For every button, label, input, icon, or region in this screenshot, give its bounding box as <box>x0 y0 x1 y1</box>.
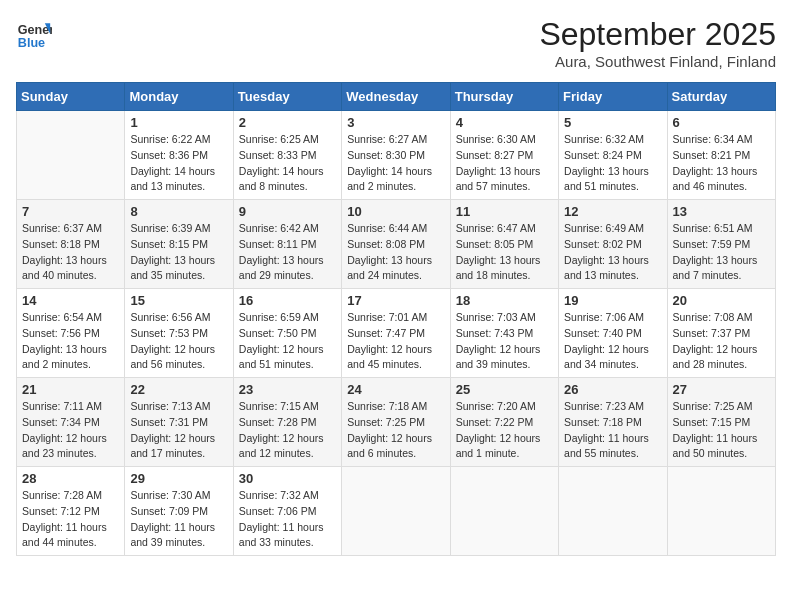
calendar-cell: 18Sunrise: 7:03 AM Sunset: 7:43 PM Dayli… <box>450 289 558 378</box>
calendar-cell: 6Sunrise: 6:34 AM Sunset: 8:21 PM Daylig… <box>667 111 775 200</box>
day-number: 29 <box>130 471 227 486</box>
calendar-week-row: 14Sunrise: 6:54 AM Sunset: 7:56 PM Dayli… <box>17 289 776 378</box>
day-number: 3 <box>347 115 444 130</box>
logo-icon: General Blue <box>16 16 52 52</box>
calendar-cell: 2Sunrise: 6:25 AM Sunset: 8:33 PM Daylig… <box>233 111 341 200</box>
day-info: Sunrise: 7:08 AM Sunset: 7:37 PM Dayligh… <box>673 310 770 373</box>
weekday-header-saturday: Saturday <box>667 83 775 111</box>
calendar-cell: 10Sunrise: 6:44 AM Sunset: 8:08 PM Dayli… <box>342 200 450 289</box>
location-subtitle: Aura, Southwest Finland, Finland <box>539 53 776 70</box>
calendar-cell: 27Sunrise: 7:25 AM Sunset: 7:15 PM Dayli… <box>667 378 775 467</box>
day-number: 28 <box>22 471 119 486</box>
calendar-cell: 26Sunrise: 7:23 AM Sunset: 7:18 PM Dayli… <box>559 378 667 467</box>
calendar-cell: 17Sunrise: 7:01 AM Sunset: 7:47 PM Dayli… <box>342 289 450 378</box>
day-number: 10 <box>347 204 444 219</box>
day-number: 25 <box>456 382 553 397</box>
calendar-cell: 8Sunrise: 6:39 AM Sunset: 8:15 PM Daylig… <box>125 200 233 289</box>
day-number: 8 <box>130 204 227 219</box>
day-info: Sunrise: 7:25 AM Sunset: 7:15 PM Dayligh… <box>673 399 770 462</box>
calendar-cell: 19Sunrise: 7:06 AM Sunset: 7:40 PM Dayli… <box>559 289 667 378</box>
calendar-cell <box>17 111 125 200</box>
day-info: Sunrise: 7:32 AM Sunset: 7:06 PM Dayligh… <box>239 488 336 551</box>
day-info: Sunrise: 6:39 AM Sunset: 8:15 PM Dayligh… <box>130 221 227 284</box>
calendar-cell: 4Sunrise: 6:30 AM Sunset: 8:27 PM Daylig… <box>450 111 558 200</box>
day-number: 15 <box>130 293 227 308</box>
day-number: 30 <box>239 471 336 486</box>
day-info: Sunrise: 7:13 AM Sunset: 7:31 PM Dayligh… <box>130 399 227 462</box>
calendar-cell: 9Sunrise: 6:42 AM Sunset: 8:11 PM Daylig… <box>233 200 341 289</box>
calendar-cell: 20Sunrise: 7:08 AM Sunset: 7:37 PM Dayli… <box>667 289 775 378</box>
day-info: Sunrise: 6:47 AM Sunset: 8:05 PM Dayligh… <box>456 221 553 284</box>
calendar-week-row: 21Sunrise: 7:11 AM Sunset: 7:34 PM Dayli… <box>17 378 776 467</box>
day-number: 24 <box>347 382 444 397</box>
day-number: 7 <box>22 204 119 219</box>
calendar-cell: 23Sunrise: 7:15 AM Sunset: 7:28 PM Dayli… <box>233 378 341 467</box>
day-number: 4 <box>456 115 553 130</box>
day-info: Sunrise: 7:03 AM Sunset: 7:43 PM Dayligh… <box>456 310 553 373</box>
day-info: Sunrise: 7:11 AM Sunset: 7:34 PM Dayligh… <box>22 399 119 462</box>
calendar-cell: 22Sunrise: 7:13 AM Sunset: 7:31 PM Dayli… <box>125 378 233 467</box>
calendar-cell: 13Sunrise: 6:51 AM Sunset: 7:59 PM Dayli… <box>667 200 775 289</box>
calendar-week-row: 28Sunrise: 7:28 AM Sunset: 7:12 PM Dayli… <box>17 467 776 556</box>
day-number: 22 <box>130 382 227 397</box>
day-number: 26 <box>564 382 661 397</box>
calendar-cell <box>450 467 558 556</box>
calendar-cell: 24Sunrise: 7:18 AM Sunset: 7:25 PM Dayli… <box>342 378 450 467</box>
calendar-cell: 12Sunrise: 6:49 AM Sunset: 8:02 PM Dayli… <box>559 200 667 289</box>
weekday-header-friday: Friday <box>559 83 667 111</box>
calendar-cell <box>667 467 775 556</box>
day-number: 18 <box>456 293 553 308</box>
day-info: Sunrise: 6:56 AM Sunset: 7:53 PM Dayligh… <box>130 310 227 373</box>
month-title: September 2025 <box>539 16 776 53</box>
day-info: Sunrise: 6:37 AM Sunset: 8:18 PM Dayligh… <box>22 221 119 284</box>
weekday-header-monday: Monday <box>125 83 233 111</box>
day-number: 19 <box>564 293 661 308</box>
calendar-cell <box>559 467 667 556</box>
day-info: Sunrise: 6:54 AM Sunset: 7:56 PM Dayligh… <box>22 310 119 373</box>
calendar-cell: 7Sunrise: 6:37 AM Sunset: 8:18 PM Daylig… <box>17 200 125 289</box>
calendar-cell: 5Sunrise: 6:32 AM Sunset: 8:24 PM Daylig… <box>559 111 667 200</box>
calendar-cell: 30Sunrise: 7:32 AM Sunset: 7:06 PM Dayli… <box>233 467 341 556</box>
calendar-cell: 14Sunrise: 6:54 AM Sunset: 7:56 PM Dayli… <box>17 289 125 378</box>
calendar-table: SundayMondayTuesdayWednesdayThursdayFrid… <box>16 82 776 556</box>
calendar-week-row: 1Sunrise: 6:22 AM Sunset: 8:36 PM Daylig… <box>17 111 776 200</box>
day-number: 1 <box>130 115 227 130</box>
day-info: Sunrise: 7:18 AM Sunset: 7:25 PM Dayligh… <box>347 399 444 462</box>
calendar-cell: 16Sunrise: 6:59 AM Sunset: 7:50 PM Dayli… <box>233 289 341 378</box>
calendar-cell: 21Sunrise: 7:11 AM Sunset: 7:34 PM Dayli… <box>17 378 125 467</box>
day-number: 20 <box>673 293 770 308</box>
svg-text:Blue: Blue <box>18 36 45 50</box>
day-info: Sunrise: 7:06 AM Sunset: 7:40 PM Dayligh… <box>564 310 661 373</box>
day-number: 5 <box>564 115 661 130</box>
calendar-cell <box>342 467 450 556</box>
weekday-header-row: SundayMondayTuesdayWednesdayThursdayFrid… <box>17 83 776 111</box>
day-info: Sunrise: 7:23 AM Sunset: 7:18 PM Dayligh… <box>564 399 661 462</box>
day-number: 21 <box>22 382 119 397</box>
day-number: 12 <box>564 204 661 219</box>
weekday-header-thursday: Thursday <box>450 83 558 111</box>
day-number: 9 <box>239 204 336 219</box>
day-info: Sunrise: 7:01 AM Sunset: 7:47 PM Dayligh… <box>347 310 444 373</box>
day-info: Sunrise: 6:44 AM Sunset: 8:08 PM Dayligh… <box>347 221 444 284</box>
title-area: September 2025 Aura, Southwest Finland, … <box>539 16 776 70</box>
calendar-cell: 11Sunrise: 6:47 AM Sunset: 8:05 PM Dayli… <box>450 200 558 289</box>
header: General Blue September 2025 Aura, Southw… <box>16 16 776 70</box>
day-info: Sunrise: 6:32 AM Sunset: 8:24 PM Dayligh… <box>564 132 661 195</box>
day-info: Sunrise: 6:42 AM Sunset: 8:11 PM Dayligh… <box>239 221 336 284</box>
day-info: Sunrise: 7:28 AM Sunset: 7:12 PM Dayligh… <box>22 488 119 551</box>
calendar-cell: 25Sunrise: 7:20 AM Sunset: 7:22 PM Dayli… <box>450 378 558 467</box>
calendar-cell: 29Sunrise: 7:30 AM Sunset: 7:09 PM Dayli… <box>125 467 233 556</box>
day-number: 23 <box>239 382 336 397</box>
day-info: Sunrise: 6:34 AM Sunset: 8:21 PM Dayligh… <box>673 132 770 195</box>
day-number: 6 <box>673 115 770 130</box>
day-info: Sunrise: 6:51 AM Sunset: 7:59 PM Dayligh… <box>673 221 770 284</box>
calendar-cell: 28Sunrise: 7:28 AM Sunset: 7:12 PM Dayli… <box>17 467 125 556</box>
day-number: 27 <box>673 382 770 397</box>
day-number: 17 <box>347 293 444 308</box>
calendar-week-row: 7Sunrise: 6:37 AM Sunset: 8:18 PM Daylig… <box>17 200 776 289</box>
day-info: Sunrise: 7:20 AM Sunset: 7:22 PM Dayligh… <box>456 399 553 462</box>
day-number: 13 <box>673 204 770 219</box>
weekday-header-wednesday: Wednesday <box>342 83 450 111</box>
calendar-cell: 15Sunrise: 6:56 AM Sunset: 7:53 PM Dayli… <box>125 289 233 378</box>
day-number: 2 <box>239 115 336 130</box>
